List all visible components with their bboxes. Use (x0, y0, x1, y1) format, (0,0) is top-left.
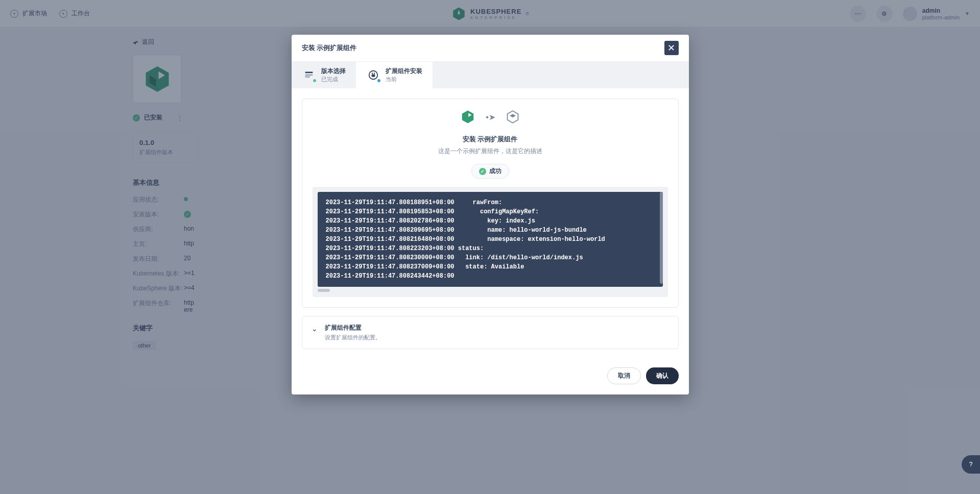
help-button[interactable]: ? (962, 455, 980, 474)
log-container: 2023-11-29T19:11:47.808188951+08:00 rawF… (313, 187, 668, 297)
log-line: 2023-11-29T19:11:47.808209695+08:00 name… (326, 226, 655, 235)
svg-rect-11 (371, 75, 375, 77)
modal-title: 安装 示例扩展组件 (302, 43, 357, 53)
install-visual: •➤ (313, 109, 668, 125)
log-line: 2023-11-29T19:11:47.808223203+08:00 stat… (326, 244, 655, 253)
source-icon (460, 109, 475, 125)
config-desc: 设置扩展组件的配置。 (325, 334, 381, 341)
check-icon: ✓ (479, 168, 486, 175)
svg-rect-9 (372, 72, 373, 75)
step-tabs: 版本选择 已完成 扩展组件安装 当前 (292, 62, 689, 88)
step-title: 版本选择 (321, 67, 346, 76)
chevron-down-icon: ⌄ (312, 325, 318, 333)
modal-overlay: 安装 示例扩展组件 ✕ 版本选择 已完成 扩展组件安 (0, 0, 980, 494)
step-sub: 已完成 (321, 76, 346, 83)
success-badge: ✓ 成功 (313, 164, 668, 179)
step-sub: 当前 (386, 76, 422, 83)
svg-rect-5 (305, 72, 313, 73)
install-card-desc: 这是一个示例扩展组件，这是它的描述 (313, 147, 668, 156)
log-line: 2023-11-29T19:11:47.808202786+08:00 key:… (326, 216, 655, 226)
log-line: 2023-11-29T19:11:47.808188951+08:00 rawF… (326, 198, 655, 207)
svg-marker-15 (510, 114, 516, 117)
modal-header: 安装 示例扩展组件 ✕ (292, 35, 689, 62)
svg-rect-7 (305, 77, 309, 78)
scrollbar-thumb[interactable] (318, 289, 330, 292)
target-icon (506, 110, 520, 124)
close-button[interactable]: ✕ (664, 41, 679, 55)
modal-body: •➤ 安装 示例扩展组件 这是一个示例扩展组件，这是它的描述 ✓ 成功 2023… (292, 88, 689, 359)
log-line: 2023-11-29T19:11:47.808216480+08:00 name… (326, 235, 655, 244)
log-line: 2023-11-29T19:11:47.808230000+08:00 link… (326, 253, 655, 262)
install-modal: 安装 示例扩展组件 ✕ 版本选择 已完成 扩展组件安 (292, 35, 689, 394)
config-title: 扩展组件配置 (325, 324, 381, 332)
plug-icon (366, 68, 380, 82)
step-title: 扩展组件安装 (386, 67, 422, 76)
install-card-title: 安装 示例扩展组件 (313, 135, 668, 144)
log-line: 2023-11-29T19:11:47.808237009+08:00 stat… (326, 262, 655, 271)
list-icon (302, 68, 316, 82)
close-icon: ✕ (667, 42, 675, 54)
svg-marker-12 (462, 111, 474, 124)
modal-footer: 取消 确认 (292, 359, 689, 394)
arrow-right-icon: •➤ (486, 112, 495, 122)
step-version-select[interactable]: 版本选择 已完成 (292, 62, 356, 88)
config-section[interactable]: ⌄ 扩展组件配置 设置扩展组件的配置。 (302, 316, 679, 349)
svg-rect-6 (305, 75, 313, 76)
help-icon: ? (969, 461, 973, 468)
step-install[interactable]: 扩展组件安装 当前 (356, 62, 433, 88)
install-card: •➤ 安装 示例扩展组件 这是一个示例扩展组件，这是它的描述 ✓ 成功 2023… (302, 98, 679, 308)
log-line: 2023-11-29T19:11:47.808195853+08:00 conf… (326, 207, 655, 216)
success-label: 成功 (489, 167, 501, 176)
cancel-button[interactable]: 取消 (607, 367, 641, 384)
svg-rect-10 (373, 72, 374, 75)
log-output[interactable]: 2023-11-29T19:11:47.808188951+08:00 rawF… (318, 192, 663, 287)
confirm-button[interactable]: 确认 (646, 367, 679, 384)
log-line: 2023-11-29T19:11:47.808243442+08:00 (326, 271, 655, 281)
